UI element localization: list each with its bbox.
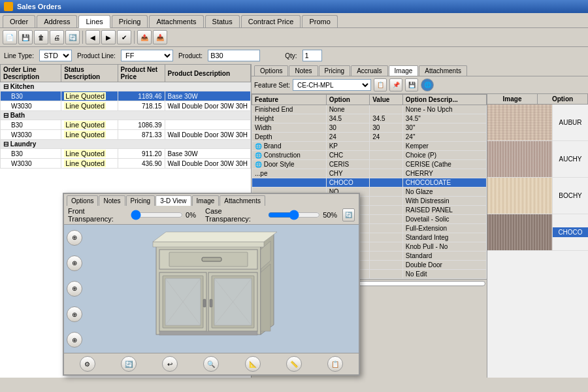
case-transparency-label: Case Transparency: [205,207,265,223]
feature-paste-button[interactable]: 📌 [389,78,402,91]
qty-input[interactable] [302,50,322,61]
feature-row[interactable]: 🌐 Door StyleCERISCERISE (Cathe [252,160,487,169]
app-icon [4,2,13,11]
table-row[interactable]: W3030 Line Quoted 436.90 Wall Double Doo… [1,159,251,169]
product-input[interactable] [208,50,260,61]
cabinet-3d-view [137,230,287,348]
table-row[interactable]: B30 Line Quoted 911.20 Base 30W [1,149,251,159]
col-desc: Product Description [165,65,250,82]
3d-ctrl-4[interactable]: ⊕ [67,306,82,322]
swatch-choco-label: CHOCO [553,227,588,237]
feature-row[interactable]: 🌐 BrandKPKemper [252,142,487,151]
svg-marker-4 [153,232,277,242]
col-option-desc: Option Descrip... [402,95,486,105]
feature-row[interactable]: Width303030" [252,123,487,133]
3d-tool-5[interactable]: 📐 [245,356,261,372]
image-col-header: Image [487,94,538,104]
sub-tab-accruals[interactable]: Accruals [351,65,387,76]
bottom-panel: Options Notes Pricing 3-D View Image Att… [63,193,360,376]
table-row[interactable]: ⊟ Bath [1,111,251,120]
tab-order[interactable]: Order [3,15,35,27]
delete-button[interactable]: 🗑 [34,30,48,44]
bottom-tab-options[interactable]: Options [67,195,98,206]
tab-attachments[interactable]: Attachments [149,15,203,27]
tab-address[interactable]: Address [37,15,77,27]
line-type-select[interactable]: STD [39,50,72,61]
svg-rect-13 [203,299,206,307]
3d-tool-6[interactable]: 📏 [286,356,302,372]
sub-tab-attachments[interactable]: Attachments [419,65,467,76]
sub-tab-pricing[interactable]: Pricing [319,65,351,76]
tab-promo[interactable]: Promo [302,15,337,27]
table-row[interactable]: ⊟ Laundry [1,140,251,149]
tab-lines[interactable]: Lines [78,15,110,28]
bottom-tab-attachments[interactable]: Attachments [220,195,265,206]
back-button[interactable]: ◀ [86,30,100,44]
bottom-tab-pricing[interactable]: Pricing [126,195,155,206]
swatch-aubur[interactable]: AUBUR [487,105,588,141]
3d-ctrl-2[interactable]: ⊕ [67,255,82,271]
feature-copy-button[interactable]: 📋 [374,78,387,91]
feature-globe-button[interactable]: 🌐 [421,78,434,91]
swatch-aubur-label: AUBUR [553,118,588,127]
product-line-select[interactable]: FF [121,50,173,61]
col-status: Status Description [61,65,118,82]
form-row: Line Type: STD Product Line: FF Product:… [0,47,588,64]
option-col-header: Option [538,94,588,104]
feature-row[interactable]: Finished EndNoneNone - No Upch [252,105,487,114]
3d-ctrl-1[interactable]: ⊕ [67,230,82,246]
table-row[interactable]: ⊟ Kitchen [1,82,251,91]
front-transparency-slider[interactable] [131,212,183,218]
3d-tool-2[interactable]: 🔄 [121,356,137,372]
3d-ctrl-3[interactable]: ⊕ [67,281,82,297]
image-panel-header: Image Option [487,94,588,105]
table-row[interactable]: B30 Line Quoted 1189.46 Base 30W [1,91,251,101]
print-button[interactable]: 🖨 [50,30,64,44]
table-row[interactable]: W3030 Line Quoted 718.15 Wall Double Doo… [1,101,251,111]
export-button[interactable]: 📤 [137,30,152,44]
main-toolbar: 📄 💾 🗑 🖨 🔄 ◀ ▶ ✔ 📤 📥 [0,28,588,47]
case-transparency-slider[interactable] [268,212,320,218]
tab-contract-price[interactable]: Contract Price [241,15,301,27]
3d-ctrl-5[interactable]: ⊕ [67,332,82,348]
table-row[interactable]: W3030 Line Quoted 871.33 Wall Double Doo… [1,130,251,140]
3d-tool-1[interactable]: ⚙ [80,356,95,372]
swatch-auchy-label: AUCHY [553,154,588,164]
sub-tab-notes[interactable]: Notes [289,65,318,76]
refresh-button[interactable]: 🔄 [65,30,80,44]
feature-row[interactable]: ...peCHYCHERRY [252,169,487,178]
3d-tool-3[interactable]: ↩ [162,356,178,372]
feature-row[interactable]: CHOCOCHOCOLOATE [252,178,487,188]
bottom-panel-tabs: Options Notes Pricing 3-D View Image Att… [64,194,359,206]
3d-tool-7[interactable]: 📋 [327,356,343,372]
col-price: Product Net Price [118,65,165,82]
feature-row[interactable]: Depth242424" [252,133,487,142]
check-button[interactable]: ✔ [117,30,131,44]
bottom-tab-notes[interactable]: Notes [99,195,125,206]
feature-set-select[interactable]: CE-CH-MPL [293,79,371,91]
swatch-auchy[interactable]: AUCHY [487,141,588,178]
swatch-bochy[interactable]: BOCHY [487,178,588,214]
tab-status[interactable]: Status [205,15,240,27]
case-transparency-value: 50% [323,211,337,219]
3d-tool-4[interactable]: 🔍 [203,356,219,372]
bottom-tab-image[interactable]: Image [192,195,220,206]
feature-row[interactable]: 🌐 ConstructionCHCChoice (P) [252,151,487,160]
svg-rect-20 [159,331,257,335]
bottom-tab-3d[interactable]: 3-D View [155,195,191,206]
window-title: Sales Orders [17,3,61,10]
product-label: Product: [178,52,203,59]
refresh-3d-button[interactable]: 🔄 [342,208,355,221]
import-button[interactable]: 📥 [153,30,167,44]
sub-tab-options[interactable]: Options [254,65,288,76]
save-button[interactable]: 💾 [18,30,33,44]
new-button[interactable]: 📄 [3,30,17,44]
swatch-choco[interactable]: CHOCO [487,214,588,251]
feature-set-label: Feature Set: [254,82,290,89]
sub-tab-image[interactable]: Image [389,65,419,76]
tab-pricing[interactable]: Pricing [112,15,148,27]
table-row[interactable]: B30 Line Quoted 1086.39 [1,120,251,130]
feature-row[interactable]: Height34.534.534.5" [252,114,487,123]
forward-button[interactable]: ▶ [101,30,116,44]
feature-save-button[interactable]: 💾 [405,78,418,91]
